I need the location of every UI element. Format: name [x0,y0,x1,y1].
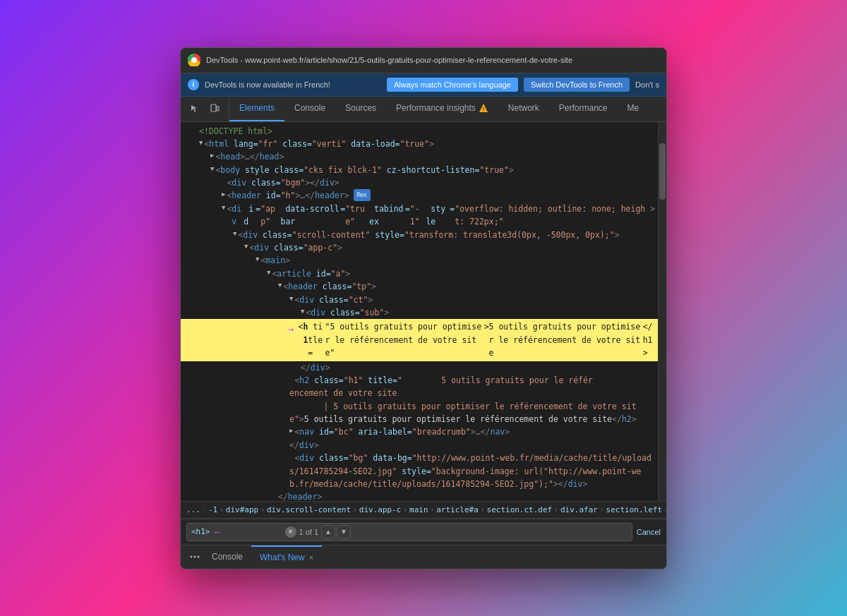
search-input[interactable] [226,528,282,536]
breadcrumb-divafar[interactable]: div.afar [560,505,598,514]
search-clear-button[interactable]: × [285,526,296,538]
search-next-button[interactable]: ▼ [337,525,351,539]
search-tag-label: <h1> [191,527,210,536]
tab-performance-insights[interactable]: Performance insights ! [386,97,498,121]
breadcrumb-dots[interactable]: ... [186,505,200,514]
code-line: ▼ <div class="app-c" > [181,241,658,254]
info-icon: i [188,79,199,90]
breadcrumb-divapp[interactable]: div#app [226,505,258,514]
code-line: ▶ <div class="bgm" ></div> [181,176,658,189]
warning-icon: ! [479,103,488,113]
inspect-icon-button[interactable] [186,100,203,117]
window-title: DevTools - www.point-web.fr/article/show… [206,56,572,64]
tab-more[interactable]: Me [618,97,649,121]
code-line: e">5 outils gratuits pour optimiser le r… [181,413,658,425]
code-line: ▶ <head>…</head> [181,150,658,163]
info-bar: i DevTools is now available in French! A… [181,73,666,97]
chrome-icon [188,54,200,66]
info-text: DevTools is now available in French! [205,80,381,89]
bottom-tabs-bar: Console What's New × [181,545,666,569]
vertical-scrollbar[interactable] [658,122,666,501]
search-arrow-icon: ← [213,526,223,538]
tab-sources[interactable]: Sources [335,97,386,121]
code-line: ▼ <html lang="fr" class="verti" data-loa… [181,138,658,150]
code-line: ▼ <article id="a" > [181,267,658,280]
svg-point-7 [194,556,196,558]
code-line: ▼ <main> [181,254,658,267]
device-icon [210,104,220,114]
code-line: ▼ <div class="scroll-content" style="tra… [181,229,658,241]
whats-new-close-button[interactable]: × [309,553,313,562]
tab-console[interactable]: Console [284,97,335,121]
code-line: b.fr/media/cache/title/uploads/161478529… [181,478,658,490]
code-line: encement de votre site [181,387,658,399]
code-line: s/1614785294-SEO2.jpg" style="background… [181,465,658,478]
devtools-window: DevTools - www.point-web.fr/article/show… [180,47,667,569]
breadcrumb-section[interactable]: section.ct.def [487,505,553,514]
bottom-menu-icon[interactable] [186,548,203,565]
code-line: ▶ <h2 class="h1" title=" 5 outils gratui… [181,374,658,387]
code-line: ▼ <div id="app" data-scrollbar="true" ta… [181,203,658,229]
code-line: ▼ <header class="tp" > [181,280,658,293]
breadcrumb-scroll[interactable]: div.scroll-content [267,505,351,514]
svg-point-1 [191,57,197,63]
code-line: ▼ <div class="sub" > [181,306,658,319]
search-cancel-button[interactable]: Cancel [637,528,661,536]
device-toggle-button[interactable] [206,100,223,117]
breadcrumb-main[interactable]: main [409,505,428,514]
svg-rect-2 [211,104,216,111]
match-language-button[interactable]: Always match Chrome's language [387,78,518,92]
svg-point-8 [198,556,200,558]
code-line: </div> [181,361,658,374]
tab-console-bottom[interactable]: Console [203,545,251,569]
code-line: </div> [181,439,658,452]
dismiss-button[interactable]: Don't s [635,80,659,89]
scrollbar-thumb[interactable] [659,143,666,200]
breadcrumb-sectionleft[interactable]: section.left [606,505,662,514]
svg-rect-3 [217,107,219,111]
tabs-bar: Elements Console Sources Performance ins… [181,97,666,122]
breadcrumb-minus1[interactable]: -1 [208,505,217,514]
tab-performance[interactable]: Performance [549,97,618,121]
search-bar: <h1> ← × 1 of 1 ▲ ▼ Cancel [181,519,666,545]
h1-highlighted-line: → <h1 title="5 outils gratuits pour opti… [181,319,658,361]
three-dots-icon [189,551,200,562]
code-line: ▶ <nav id="bc" aria-label="breadcrumb" >… [181,425,658,438]
code-line: <!DOCTYPE html> [181,125,658,138]
tab-whats-new[interactable]: What's New × [251,545,322,569]
code-panel[interactable]: <!DOCTYPE html> ▼ <html lang="fr" class=… [181,122,658,501]
code-line: | 5 outils gratuits pour optimiser le ré… [181,400,658,413]
tab-elements[interactable]: Elements [229,97,284,121]
flex-badge: flex [354,189,371,200]
code-line: </header> [181,490,658,500]
arrow-indicator: → [288,321,294,337]
code-line: ▶ <header id="h" >…</header> flex [181,189,658,202]
cursor-icon [190,104,200,114]
breadcrumb-bar: ... : -1 › div#app › div.scroll-content … [181,501,666,519]
breadcrumb-appc[interactable]: div.app-c [359,505,402,514]
search-prev-button[interactable]: ▲ [321,525,335,539]
search-nav: ▲ ▼ [321,525,351,539]
search-input-wrapper[interactable]: <h1> ← × 1 of 1 ▲ ▼ [186,523,632,541]
search-count: 1 of 1 [299,528,319,536]
main-tabs: Elements Console Sources Performance ins… [229,97,649,121]
title-bar: DevTools - www.point-web.fr/article/show… [181,48,666,73]
switch-french-button[interactable]: Switch DevTools to French [524,78,630,92]
main-content: <!DOCTYPE html> ▼ <html lang="fr" class=… [181,122,666,501]
code-line: ▼ <div class="ct" > [181,294,658,306]
code-line: ▶ <div class="bg" data-bg="http://www.po… [181,452,658,464]
tab-icon-group [181,97,229,121]
svg-text:!: ! [483,107,484,111]
code-line: ▼ <body style class="cks fix blck-1" cz-… [181,164,658,176]
tab-network[interactable]: Network [498,97,549,121]
svg-point-6 [191,556,193,558]
breadcrumb-article[interactable]: article#a [436,505,479,514]
